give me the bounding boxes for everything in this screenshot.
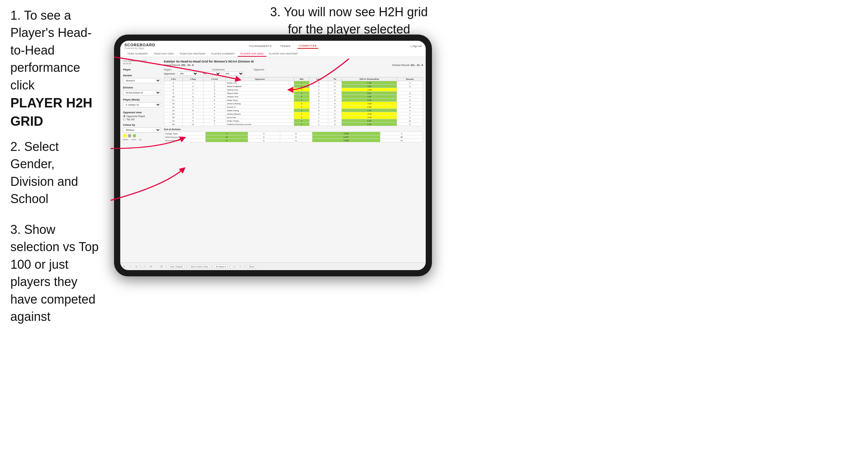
cell-loss: 0 bbox=[248, 135, 280, 139]
conference-label: Conference bbox=[212, 68, 240, 71]
sub-nav-player-h2h[interactable]: PLAYER H2H GRID bbox=[238, 51, 266, 57]
nav-teams[interactable]: TEAMS bbox=[279, 44, 292, 48]
cell-win: 5 bbox=[206, 139, 248, 142]
radio-top100[interactable]: Top 100 bbox=[123, 118, 161, 121]
cell-diff: -1.00 bbox=[342, 88, 397, 92]
cell-loss: 0 bbox=[248, 139, 280, 142]
toolbar-save-view[interactable]: Save Custom View bbox=[189, 265, 210, 268]
cell-opponent: Emily Chang bbox=[226, 119, 294, 123]
cell-diff: -5.00 bbox=[342, 116, 397, 119]
cell-div: 15 bbox=[164, 109, 183, 112]
cell-tie: 0 bbox=[328, 102, 342, 105]
sign-out[interactable]: i | Sign out bbox=[410, 45, 422, 47]
colour-circle-level bbox=[128, 134, 131, 137]
toolbar-grid[interactable]: ⬚ bbox=[143, 265, 147, 268]
cell-diff: 4.00 bbox=[342, 95, 397, 98]
cell-tie: 0 bbox=[328, 116, 342, 119]
conference-filter[interactable]: (All) bbox=[200, 72, 221, 76]
cell-rounds: 2 bbox=[397, 116, 423, 119]
colour-section: Colour by Win/loss Down Level Up bbox=[123, 123, 161, 141]
cell-opponent: Heejo Hyun bbox=[226, 98, 294, 102]
toolbar-dot[interactable]: · bbox=[155, 265, 158, 268]
filters-section: Region Conference Opponent Opponents: (A… bbox=[164, 68, 423, 76]
division-select[interactable]: NCAA Division III bbox=[123, 90, 161, 95]
colour-select[interactable]: Win/loss bbox=[123, 127, 161, 133]
cell-reg: 2 bbox=[183, 116, 203, 119]
sub-nav-player-heatmap[interactable]: PLAYER H2H HEATMAP bbox=[266, 51, 301, 57]
cell-tie: 0 bbox=[328, 95, 342, 98]
cell-win: 15 bbox=[206, 135, 248, 139]
toolbar-back[interactable]: ← bbox=[128, 265, 132, 268]
sub-nav-player-summary[interactable]: PLAYER SUMMARY bbox=[208, 51, 238, 57]
left-panel: Last Updated: 27/03/2024 16:55:38 Player… bbox=[123, 60, 161, 266]
cell-div: 3 bbox=[164, 81, 183, 85]
cell-div: 9 bbox=[164, 92, 183, 95]
colour-circle-up bbox=[133, 134, 136, 137]
opponent-filter[interactable]: (All) bbox=[223, 72, 244, 76]
cell-rounds: 3 bbox=[397, 85, 423, 88]
toolbar-refresh[interactable]: ↺ bbox=[149, 265, 153, 268]
cell-conf: 1 bbox=[203, 81, 226, 85]
table-row: 10 6 3 Andrea York 2 0 0 4.00 4 bbox=[164, 95, 423, 98]
gender-select[interactable]: Women's Men's bbox=[123, 78, 161, 83]
separator-2 bbox=[166, 265, 166, 269]
toolbar-share[interactable]: Share bbox=[247, 265, 256, 268]
cell-diff: 3.33 bbox=[342, 98, 397, 102]
app-header: SCOREBOARD Powered by clippd TOURNAMENTS… bbox=[120, 41, 426, 57]
cell-conf: 5 bbox=[203, 109, 226, 112]
cell-win: 1 bbox=[294, 92, 310, 95]
col-tie: Tie bbox=[328, 77, 342, 81]
cell-diff: 7.400 bbox=[312, 139, 380, 142]
col-win: Win bbox=[294, 77, 310, 81]
cell-win: 2 bbox=[294, 123, 310, 126]
cell-opponent: Federica Domecq Lacroze bbox=[226, 123, 294, 126]
step3-left-text: 3. Show selection vs Top 100 or just pla… bbox=[10, 222, 98, 324]
radio-opponents-played[interactable]: Opponents Played bbox=[123, 115, 161, 117]
cell-rounds: 4 bbox=[397, 95, 423, 98]
sub-nav-team-heatmap[interactable]: TEAM H2H HEATMAP bbox=[177, 51, 208, 57]
cell-rounds: 11 bbox=[397, 119, 423, 123]
cell-rounds: 3 bbox=[397, 92, 423, 95]
sub-nav-team-summary[interactable]: TEAM SUMMARY bbox=[124, 51, 151, 57]
player-rank-select[interactable]: 8. Katelyn Vo bbox=[123, 102, 161, 107]
table-row: 5 2 2 Alexis Sudjianto 1 0 0 4.00 3 bbox=[164, 85, 423, 88]
toolbar-timer[interactable]: ⏱ bbox=[160, 265, 164, 268]
cell-rounds: 4 bbox=[397, 109, 423, 112]
cell-win: 4 bbox=[294, 119, 310, 123]
toolbar-sort[interactable]: ↓↑ bbox=[238, 265, 243, 268]
out-of-division: Out of division Foreign Team 1 0 0 4.500… bbox=[164, 128, 423, 142]
cell-rounds: 2 bbox=[397, 102, 423, 105]
toolbar-redo[interactable]: ↪ bbox=[134, 265, 138, 268]
cell-opponent: Jessica Huang bbox=[226, 102, 294, 105]
cell-tie: 0 bbox=[328, 92, 342, 95]
cell-conf: 3 bbox=[203, 95, 226, 98]
cell-div: 14 bbox=[164, 105, 183, 109]
cell-tie: 0 bbox=[328, 81, 342, 85]
cell-reg: 3 bbox=[183, 112, 203, 116]
cell-loss: 1 bbox=[310, 119, 328, 123]
division-record: Division Record: 331 - 34 - 6 bbox=[392, 64, 423, 66]
cell-opponent: Andrea York bbox=[226, 95, 294, 98]
toolbar-export[interactable]: ⬚ bbox=[232, 265, 236, 268]
region-filter[interactable]: (All) bbox=[178, 72, 198, 76]
nav-committee[interactable]: COMMITTEE bbox=[298, 44, 319, 49]
cell-conf: 2 bbox=[203, 116, 226, 119]
colour-labels: Down Level Up bbox=[123, 139, 161, 141]
cell-rounds: 10 bbox=[380, 139, 423, 142]
cell-tie: 0 bbox=[280, 139, 312, 142]
cell-conf: 7 bbox=[203, 112, 226, 116]
instruction-step3-left: 3. Show selection vs Top 100 or just pla… bbox=[0, 214, 111, 332]
toolbar-view-original[interactable]: View: Original bbox=[168, 265, 185, 268]
radio-group: Opponents Played Top 100 bbox=[123, 115, 161, 121]
toolbar-undo[interactable]: ↩ bbox=[122, 265, 126, 268]
instruction-step2: 2. Select Gender, Division and School bbox=[0, 131, 107, 215]
toolbar-watch[interactable]: 👁 Watch ▾ bbox=[214, 265, 228, 268]
last-updated: Last Updated: 27/03/2024 16:55:38 bbox=[123, 60, 161, 65]
cell-win: 1 bbox=[294, 112, 310, 116]
cell-win: 1 bbox=[294, 98, 310, 102]
cell-reg: 2 bbox=[183, 85, 203, 88]
region-label: Region bbox=[164, 68, 198, 71]
cell-div: 6 bbox=[164, 88, 183, 92]
nav-tournaments[interactable]: TOURNAMENTS bbox=[247, 44, 273, 48]
sub-nav-team-h2h[interactable]: TEAM H2H GRID bbox=[151, 51, 177, 57]
